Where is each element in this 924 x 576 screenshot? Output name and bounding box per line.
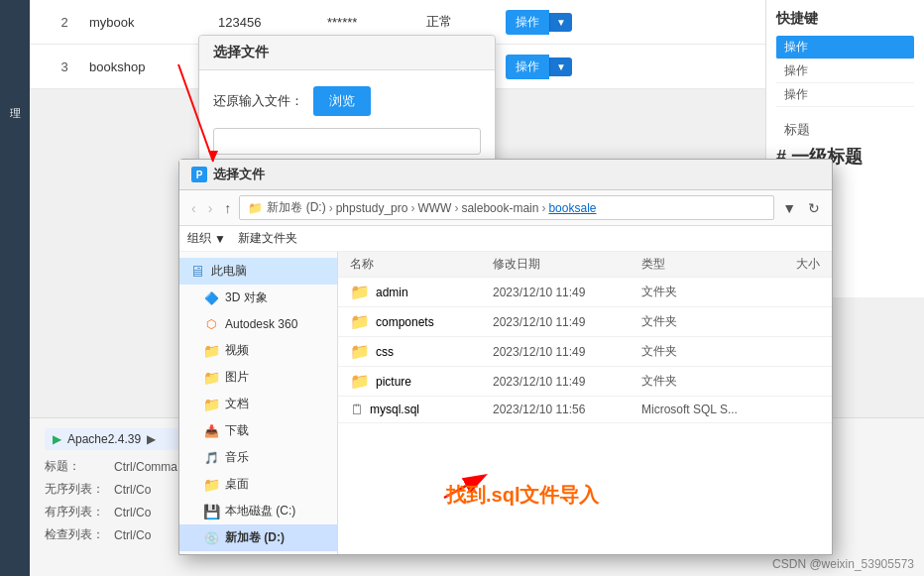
nav-item-doc[interactable]: 📁 文档 bbox=[179, 391, 337, 417]
autodesk-icon: ⬡ bbox=[203, 316, 219, 332]
row-action[interactable]: 操作 ▼ bbox=[506, 10, 625, 35]
modal-small-title: 选择文件 bbox=[199, 36, 495, 70]
nav-this-pc-label: 此电脑 bbox=[211, 263, 247, 280]
file-picker-main: 🖥 此电脑 🔷 3D 对象 ⬡ Autodesk 360 📁 视频 📁 图片 📁 bbox=[179, 252, 832, 554]
nav-item-autodesk[interactable]: ⬡ Autodesk 360 bbox=[179, 311, 337, 337]
file-picker-nav: 🖥 此电脑 🔷 3D 对象 ⬡ Autodesk 360 📁 视频 📁 图片 📁 bbox=[179, 252, 338, 554]
modal-file-input[interactable] bbox=[213, 128, 481, 155]
file-type-picture: 文件夹 bbox=[641, 373, 760, 390]
path-item-4[interactable]: booksale bbox=[548, 201, 596, 215]
nav-up-btn[interactable]: ↑ bbox=[220, 198, 235, 218]
nav-picture-label: 图片 bbox=[225, 369, 249, 386]
file-type-mysql: Microsoft SQL S... bbox=[641, 403, 760, 416]
shortcut-value-checklist: Ctrl/Co bbox=[114, 528, 151, 542]
path-item-3[interactable]: salebook-main bbox=[461, 201, 538, 215]
row-num: 3 bbox=[40, 59, 89, 74]
file-picker-addressbar: ‹ › ↑ 📁 新加卷 (D:) › phpstudy_pro › WWW › … bbox=[179, 190, 832, 226]
nav-video-label: 视频 bbox=[225, 342, 249, 359]
shortcut-label-unordered: 无序列表： bbox=[45, 481, 114, 498]
file-row-admin[interactable]: 📁 admin 2023/12/10 11:49 文件夹 bbox=[338, 278, 832, 307]
header-size: 大小 bbox=[760, 256, 820, 273]
rp-menu-item-action2[interactable]: 操作 bbox=[776, 59, 914, 83]
this-pc-icon: 🖥 bbox=[189, 264, 205, 280]
file-row-componets[interactable]: 📁 componets 2023/12/10 11:49 文件夹 bbox=[338, 307, 832, 337]
path-item-0[interactable]: 新加卷 (D:) bbox=[267, 199, 325, 216]
folder-icon: 📁 bbox=[350, 312, 370, 331]
new-folder-btn[interactable]: 新建文件夹 bbox=[238, 230, 297, 247]
action-main-btn[interactable]: 操作 bbox=[506, 10, 549, 35]
file-date-admin: 2023/12/10 11:49 bbox=[493, 286, 641, 299]
nav-drive-d-label: 新加卷 (D:) bbox=[225, 529, 285, 546]
nav-item-video[interactable]: 📁 视频 bbox=[179, 337, 337, 364]
file-picker-title: 选择文件 bbox=[213, 166, 265, 183]
row-action[interactable]: 操作 ▼ bbox=[506, 55, 625, 79]
folder-icon: 📁 bbox=[350, 283, 370, 301]
address-dropdown-btn[interactable]: ▼ bbox=[778, 198, 800, 218]
video-folder-icon: 📁 bbox=[203, 343, 219, 359]
nav-item-drive-d[interactable]: 💿 新加卷 (D:) bbox=[179, 524, 337, 551]
file-row-mysql[interactable]: 🗒 mysql.sql 2023/12/10 11:56 Microsoft S… bbox=[338, 397, 832, 423]
watermark: CSDN @weixin_53905573 bbox=[772, 557, 914, 571]
action-arrow-btn[interactable]: ▼ bbox=[549, 13, 572, 32]
drive-d-icon: 💿 bbox=[203, 530, 219, 546]
path-item-1[interactable]: phpstudy_pro bbox=[336, 201, 408, 215]
file-date-picture: 2023/12/10 11:49 bbox=[493, 375, 641, 389]
nav-desktop-label: 桌面 bbox=[225, 476, 249, 493]
file-name-mysql: mysql.sql bbox=[370, 403, 419, 416]
folder-icon: 📁 bbox=[350, 342, 370, 361]
file-date-componets: 2023/12/10 11:49 bbox=[493, 315, 641, 329]
nav-item-drive-e[interactable]: 💾 新加卷 (E:) bbox=[179, 551, 337, 554]
file-type-css: 文件夹 bbox=[641, 343, 760, 360]
nav-item-download[interactable]: 📥 下载 bbox=[179, 417, 337, 444]
drive-c-icon: 💾 bbox=[203, 504, 219, 519]
file-type-componets: 文件夹 bbox=[641, 313, 760, 330]
rp-menu-item-action3[interactable]: 操作 bbox=[776, 83, 914, 107]
action-main-btn[interactable]: 操作 bbox=[506, 55, 549, 79]
nav-item-this-pc[interactable]: 🖥 此电脑 bbox=[179, 258, 337, 285]
nav-item-music[interactable]: 🎵 音乐 bbox=[179, 444, 337, 471]
address-folder-icon: 📁 bbox=[248, 201, 263, 215]
address-box[interactable]: 📁 新加卷 (D:) › phpstudy_pro › WWW › salebo… bbox=[239, 195, 774, 220]
file-name-picture: picture bbox=[376, 375, 411, 389]
nav-item-drive-c[interactable]: 💾 本地磁盘 (C:) bbox=[179, 498, 337, 524]
nav-download-label: 下载 bbox=[225, 422, 249, 439]
nav-item-3d[interactable]: 🔷 3D 对象 bbox=[179, 285, 337, 311]
modal-small: 选择文件 还原输入文件： 浏览 bbox=[198, 35, 496, 172]
file-row-picture[interactable]: 📁 picture 2023/12/10 11:49 文件夹 bbox=[338, 367, 832, 397]
3d-icon: 🔷 bbox=[203, 290, 219, 306]
shortcut-label-checklist: 检查列表： bbox=[45, 526, 114, 543]
address-path: 新加卷 (D:) › phpstudy_pro › WWW › salebook… bbox=[267, 199, 596, 216]
organize-btn[interactable]: 组织 ▼ bbox=[187, 230, 226, 247]
file-row-css[interactable]: 📁 css 2023/12/10 11:49 文件夹 bbox=[338, 337, 832, 367]
nav-doc-label: 文档 bbox=[225, 396, 249, 412]
action-arrow-btn[interactable]: ▼ bbox=[549, 58, 572, 76]
file-name-componets: componets bbox=[376, 315, 434, 329]
nav-forward-btn[interactable]: › bbox=[204, 198, 217, 218]
header-name: 名称 bbox=[350, 256, 493, 273]
apache-label: Apache2.4.39 bbox=[67, 432, 141, 446]
refresh-btn[interactable]: ↻ bbox=[804, 198, 824, 218]
nav-autodesk-label: Autodesk 360 bbox=[225, 317, 297, 331]
shortcut-label-ordered: 有序列表： bbox=[45, 504, 114, 520]
modal-restore-label: 还原输入文件： bbox=[213, 92, 303, 110]
apache-arrow-icon: ▶ bbox=[53, 432, 61, 446]
left-sidebar: 理 bbox=[0, 0, 30, 576]
nav-back-btn[interactable]: ‹ bbox=[187, 198, 200, 218]
file-name-admin: admin bbox=[376, 286, 408, 299]
row-num: 2 bbox=[40, 15, 89, 30]
browse-button[interactable]: 浏览 bbox=[313, 86, 371, 116]
nav-item-desktop[interactable]: 📁 桌面 bbox=[179, 471, 337, 498]
rp-menu-item-action1[interactable]: 操作 bbox=[776, 36, 914, 59]
music-icon: 🎵 bbox=[203, 450, 219, 466]
nav-music-label: 音乐 bbox=[225, 449, 249, 466]
file-picker-filelist: 名称 修改日期 类型 大小 📁 admin 2023/12/10 11:49 文… bbox=[338, 252, 832, 554]
nav-item-picture[interactable]: 📁 图片 bbox=[179, 364, 337, 391]
picture-folder-icon: 📁 bbox=[203, 370, 219, 386]
file-date-mysql: 2023/12/10 11:56 bbox=[493, 403, 641, 416]
organize-arrow-icon: ▼ bbox=[214, 232, 226, 246]
file-picker-toolbar: 组织 ▼ 新建文件夹 bbox=[179, 226, 832, 252]
file-date-css: 2023/12/10 11:49 bbox=[493, 345, 641, 359]
header-type: 类型 bbox=[641, 256, 760, 273]
path-item-2[interactable]: WWW bbox=[417, 201, 451, 215]
nav-3d-label: 3D 对象 bbox=[225, 289, 268, 306]
